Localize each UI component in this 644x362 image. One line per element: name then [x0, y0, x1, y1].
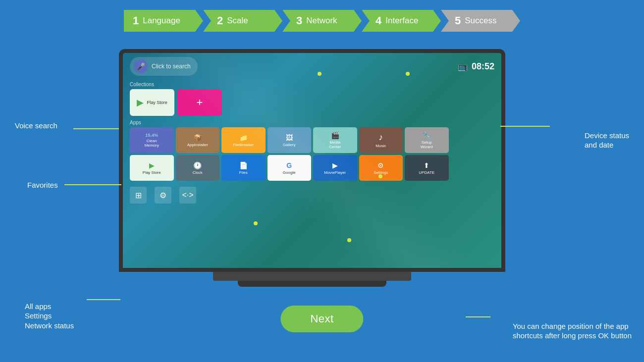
callout-apps-left: [254, 221, 258, 225]
annotation-device-status: Device status and date: [585, 121, 629, 150]
annotation-all-apps: All apps Settings Network status: [25, 292, 74, 330]
step-5-label: Success: [465, 16, 496, 26]
step-1-number: 1: [133, 14, 139, 27]
tv-signal-icon: 📺: [458, 62, 468, 71]
callout-device-status: [406, 72, 410, 76]
collections-label: Collections: [130, 82, 494, 87]
app-appinstaller[interactable]: 📦 AppInstaller: [176, 127, 220, 153]
play-store-tile[interactable]: ▶ Play Store: [130, 89, 174, 116]
tv-base: [238, 281, 386, 287]
annotation-favorites: Favorites: [27, 180, 58, 190]
apps-grid: 15.4% CleanMemory 📦 AppInstaller 📁 FileB…: [130, 127, 494, 181]
collections-row: ▶ Play Store +: [130, 89, 494, 116]
voice-search-button[interactable]: 🎤 Click to search: [130, 57, 198, 76]
step-3-label: Network: [306, 16, 337, 26]
step-2-label: Scale: [227, 16, 248, 26]
annotation-line-voice: [73, 128, 119, 129]
step-1[interactable]: 1 Language: [124, 10, 203, 32]
all-apps-icon[interactable]: ⊞: [130, 187, 147, 204]
tv-stand: [213, 272, 411, 281]
app-filebrowser[interactable]: 📁 FileBrowser: [221, 127, 266, 153]
step-5[interactable]: 5 Success: [441, 10, 520, 32]
app-files[interactable]: 📄 Files: [221, 155, 266, 181]
apps-label: Apps: [130, 120, 494, 125]
app-clean-memory[interactable]: 15.4% CleanMemory: [130, 127, 174, 153]
settings-icon[interactable]: ⚙: [155, 187, 171, 204]
annotation-line-allapps: [87, 299, 120, 300]
app-music[interactable]: ♪ Music: [359, 127, 403, 153]
tv-screen: 🎤 Click to search 📺 08:52 Collections ▶: [123, 53, 501, 268]
app-update[interactable]: ⬆ UPDATE: [405, 155, 449, 181]
app-gallery[interactable]: 🖼 Gallery: [268, 127, 312, 153]
app-movie-player[interactable]: ▶ MoviePlayer: [313, 155, 357, 181]
step-1-label: Language: [143, 16, 180, 26]
app-play-store[interactable]: ▶ Play Store: [130, 155, 174, 181]
screen-topbar: 🎤 Click to search 📺 08:52: [123, 53, 501, 80]
stepper: 1 Language 2 Scale 3 Network 4 Interface…: [0, 0, 644, 32]
step-3-number: 3: [296, 14, 302, 27]
time-display: 08:52: [472, 61, 494, 72]
status-bar: 📺 08:52: [458, 61, 494, 72]
step-2-number: 2: [217, 14, 223, 27]
step-2[interactable]: 2 Scale: [203, 10, 282, 32]
callout-favorites-top: [378, 174, 382, 178]
tv-container: 🎤 Click to search 📺 08:52 Collections ▶: [119, 49, 505, 287]
callout-voice-search: [318, 72, 322, 76]
app-media-center[interactable]: 🎬 MediaCenter: [313, 127, 357, 153]
annotation-position-hint: You can change position of the app short…: [513, 311, 632, 341]
apps-section: Apps 15.4% CleanMemory 📦 AppInstaller 📁: [123, 118, 501, 183]
step-4[interactable]: 4 Interface: [362, 10, 441, 32]
annotation-voice-search: Voice search: [15, 121, 57, 131]
app-clock[interactable]: 🕐 Clock: [176, 155, 220, 181]
step-4-number: 4: [376, 14, 381, 27]
tv-frame: 🎤 Click to search 📺 08:52 Collections ▶: [119, 49, 505, 272]
collections-section: Collections ▶ Play Store +: [123, 80, 501, 118]
voice-search-label: Click to search: [152, 63, 191, 70]
annotation-line-device: [500, 126, 550, 127]
step-5-number: 5: [455, 14, 461, 27]
next-button[interactable]: Next: [280, 306, 363, 332]
app-google[interactable]: G Google: [268, 155, 312, 181]
network-status-icon[interactable]: <·>: [179, 187, 196, 204]
microphone-icon: 🎤: [134, 59, 148, 73]
annotation-line-position: [466, 316, 490, 317]
add-collection-tile[interactable]: +: [177, 89, 222, 116]
screen-bottom-bar: ⊞ ⚙ <·>: [123, 183, 501, 207]
annotation-line-favorites: [64, 184, 121, 185]
callout-bottom-bar: [347, 238, 351, 242]
step-3[interactable]: 3 Network: [282, 10, 362, 32]
step-4-label: Interface: [385, 16, 418, 26]
app-setup-wizard[interactable]: 🔧 SetupWizard: [405, 127, 449, 153]
